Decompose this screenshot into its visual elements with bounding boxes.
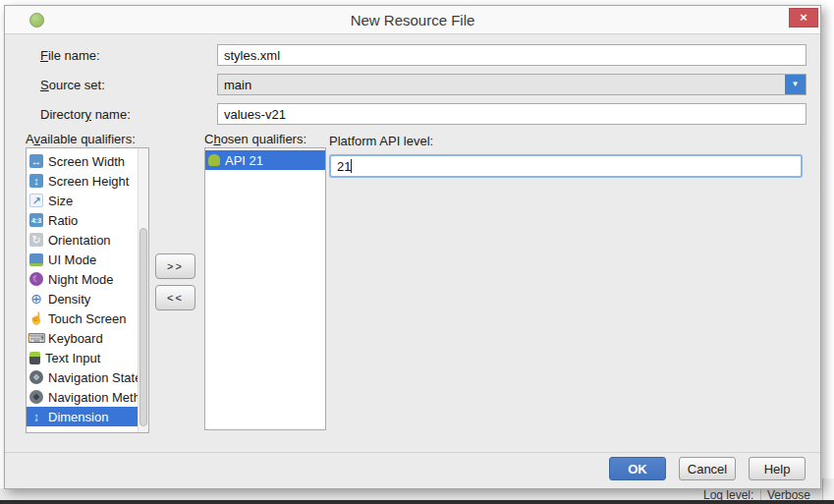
keyboard-icon: ⌨ bbox=[29, 331, 43, 345]
chosen-qualifier-label: API 21 bbox=[225, 153, 263, 168]
source-set-value: main bbox=[224, 78, 251, 92]
source-set-label: Source set: bbox=[40, 78, 105, 92]
qualifier-label: Text Input bbox=[45, 351, 100, 365]
footer-divider bbox=[5, 452, 820, 453]
text-cursor bbox=[351, 159, 352, 173]
size-icon: ↗ bbox=[29, 194, 43, 207]
qualifier-item[interactable]: ☝ Touch Screen bbox=[27, 308, 148, 328]
qualifier-item[interactable]: ⊕ Density bbox=[27, 289, 148, 308]
qualifier-label: Screen Height bbox=[48, 174, 129, 189]
qualifier-label: Size bbox=[48, 194, 73, 208]
qualifier-label: UI Mode bbox=[48, 252, 96, 267]
night-mode-icon: ☾ bbox=[29, 272, 43, 286]
add-qualifier-button[interactable]: >> bbox=[155, 253, 195, 279]
screen-width-icon: ↔ bbox=[29, 154, 43, 168]
qualifier-item[interactable]: ↻ Orientation bbox=[27, 230, 148, 250]
cancel-button[interactable]: Cancel bbox=[679, 457, 736, 480]
qualifier-item[interactable]: ⌨ Keyboard bbox=[27, 328, 148, 348]
screen-height-icon: ↕ bbox=[29, 174, 43, 188]
available-qualifiers-label: Available qualifiers: bbox=[26, 132, 136, 146]
background-scrollbar bbox=[822, 478, 834, 500]
qualifier-label: Night Mode bbox=[48, 272, 113, 287]
android-robot-icon bbox=[208, 154, 220, 166]
orientation-icon: ↻ bbox=[29, 233, 43, 247]
platform-api-level-label: Platform API level: bbox=[329, 134, 433, 148]
qualifier-item[interactable]: ↨ Dimension bbox=[27, 407, 148, 426]
qualifier-item[interactable]: Navigation State bbox=[27, 367, 148, 387]
qualifier-item[interactable]: ↕ Screen Height bbox=[27, 171, 148, 191]
help-button[interactable]: Help bbox=[749, 457, 806, 480]
scrollbar[interactable] bbox=[138, 148, 148, 432]
qualifier-label: Dimension bbox=[48, 410, 108, 424]
source-set-select[interactable]: main ▼ bbox=[217, 74, 806, 95]
qualifier-item[interactable]: 4:3 Ratio bbox=[27, 210, 148, 230]
directory-name-input[interactable] bbox=[217, 103, 806, 125]
close-icon: × bbox=[800, 10, 807, 25]
qualifier-item[interactable]: ↗ Size bbox=[27, 191, 148, 210]
qualifier-label: Orientation bbox=[48, 233, 111, 248]
qualifier-label: Keyboard bbox=[48, 331, 103, 346]
dimension-icon: ↨ bbox=[29, 410, 43, 423]
chosen-qualifier-item[interactable]: API 21 bbox=[205, 150, 325, 170]
density-icon: ⊕ bbox=[29, 292, 43, 306]
ratio-icon: 4:3 bbox=[29, 213, 43, 227]
title-bar: New Resource File × bbox=[5, 6, 820, 34]
dialog-title: New Resource File bbox=[5, 12, 820, 28]
chosen-qualifiers-label: Chosen qualifiers: bbox=[204, 132, 306, 146]
chevron-down-icon[interactable]: ▼ bbox=[785, 75, 806, 94]
qualifier-item[interactable]: Text Input bbox=[27, 348, 148, 367]
file-name-input[interactable] bbox=[217, 44, 806, 66]
close-button[interactable]: × bbox=[789, 8, 818, 28]
qualifier-label: Navigation State bbox=[48, 370, 141, 385]
scrollbar-thumb[interactable] bbox=[139, 228, 147, 426]
chosen-qualifiers-list[interactable]: API 21 bbox=[204, 147, 326, 430]
ui-mode-icon bbox=[29, 253, 43, 266]
qualifier-label: Density bbox=[48, 292, 90, 307]
qualifier-label: Navigation Meth bbox=[48, 390, 140, 405]
screen: Log level: Verbose New Resource File × F… bbox=[0, 0, 834, 504]
remove-qualifier-button[interactable]: << bbox=[155, 285, 195, 310]
qualifier-item[interactable]: Navigation Meth bbox=[27, 387, 148, 407]
taskbar-strip bbox=[0, 500, 834, 504]
qualifier-label: Screen Width bbox=[48, 154, 125, 169]
platform-api-level-input[interactable]: 21 bbox=[329, 154, 803, 178]
navigation-method-icon bbox=[29, 390, 43, 404]
ok-button[interactable]: OK bbox=[609, 457, 666, 480]
qualifier-label: Ratio bbox=[48, 213, 78, 228]
file-name-label: File name: bbox=[40, 48, 100, 63]
text-input-icon bbox=[29, 352, 40, 364]
qualifier-label: Touch Screen bbox=[48, 311, 127, 326]
qualifier-item[interactable]: UI Mode bbox=[27, 250, 148, 269]
qualifier-item[interactable]: ☾ Night Mode bbox=[27, 269, 148, 289]
new-resource-file-dialog: New Resource File × File name: Source se… bbox=[4, 5, 821, 489]
api-level-value: 21 bbox=[337, 159, 351, 174]
touch-screen-icon: ☝ bbox=[29, 311, 43, 325]
qualifier-item[interactable]: ↔ Screen Width bbox=[27, 151, 148, 171]
available-qualifiers-list[interactable]: ↔ Screen Width ↕ Screen Height ↗ Size 4:… bbox=[26, 147, 149, 433]
directory-name-label: Directory name: bbox=[40, 107, 131, 122]
navigation-state-icon bbox=[29, 370, 43, 384]
